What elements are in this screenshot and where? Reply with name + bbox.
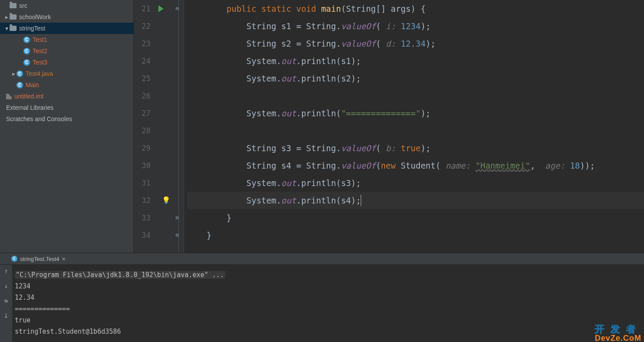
run-icon[interactable]	[158, 5, 164, 12]
line-number: 21	[134, 0, 155, 17]
tree-item-label: External Libraries	[6, 104, 54, 111]
console-line: ==============	[15, 303, 641, 315]
tree-item-label: Main	[26, 81, 39, 88]
tree-item[interactable]: CTest3	[0, 57, 134, 68]
console-panel: ↑ ↓ ⇆ ⤓ "C:\Program Files\Java\jdk1.8.0_…	[0, 265, 644, 342]
fold-toggle-icon[interactable]: ⊟	[176, 6, 179, 11]
tree-item-label: stringTest	[19, 25, 45, 32]
line-number: 25	[134, 70, 155, 87]
tree-item-label: src	[19, 2, 27, 9]
code-editor[interactable]: 2122232425262728293031323334 💡 ⊟⊟⊟ publi…	[134, 0, 644, 253]
text-caret	[361, 195, 361, 206]
tree-item-label: Test4.java	[26, 70, 53, 77]
line-number: 29	[134, 139, 155, 157]
expand-arrow-icon[interactable]: ▾	[3, 25, 10, 32]
intention-bulb-icon[interactable]: 💡	[162, 196, 171, 204]
class-icon: C	[23, 37, 30, 43]
down-icon[interactable]: ↓	[3, 282, 10, 289]
console-toolbar: ↑ ↓ ⇆ ⤓	[0, 265, 12, 342]
up-icon[interactable]: ↑	[3, 268, 10, 274]
tree-item-label: Test1	[33, 36, 47, 43]
fold-toggle-icon[interactable]: ⊟	[176, 215, 179, 220]
class-icon: C	[17, 82, 23, 88]
console-line: stringTest.Student@1b6d3586	[15, 326, 641, 337]
line-number: 32	[134, 192, 155, 209]
tree-item[interactable]: External Libraries	[0, 102, 134, 113]
tree-item-label: Test3	[33, 59, 47, 66]
run-tabs: C stringTest.Test4 ×	[0, 253, 644, 265]
expand-arrow-icon[interactable]: ▸	[3, 14, 10, 20]
tree-item[interactable]: src	[0, 0, 134, 11]
line-number: 31	[134, 174, 155, 192]
tree-item[interactable]: untitled.iml	[0, 91, 134, 102]
wrap-icon[interactable]: ⇆	[3, 297, 10, 304]
tree-item-label: Test2	[33, 47, 47, 54]
code-area[interactable]: public static void main(String[] args) {…	[184, 0, 644, 253]
tree-item[interactable]: CTest2	[0, 45, 134, 57]
line-number: 22	[134, 17, 155, 35]
run-tab-label: stringTest.Test4	[20, 256, 59, 262]
tree-item[interactable]: ▸CTest4.java	[0, 68, 134, 79]
export-icon[interactable]: ⤓	[3, 312, 10, 319]
class-icon: C	[17, 71, 23, 77]
tree-item[interactable]: CTest1	[0, 34, 134, 45]
class-icon: C	[23, 59, 30, 66]
console-line: true	[15, 315, 641, 326]
class-icon: C	[11, 256, 17, 262]
tree-item-label: Scratches and Consoles	[6, 115, 72, 122]
folder-icon	[10, 14, 17, 20]
annotation-gutter: 💡	[155, 0, 175, 253]
class-icon: C	[23, 48, 30, 54]
line-number: 26	[134, 87, 155, 105]
console-line: 12.34	[15, 292, 641, 303]
line-number-gutter: 2122232425262728293031323334	[134, 0, 155, 253]
tree-item[interactable]: CMain	[0, 79, 134, 91]
fold-toggle-icon[interactable]: ⊟	[176, 232, 179, 238]
folder-icon	[10, 26, 17, 31]
tree-item[interactable]: Scratches and Consoles	[0, 113, 134, 125]
run-tab[interactable]: C stringTest.Test4 ×	[8, 253, 69, 264]
folder-icon	[10, 3, 17, 8]
line-number: 28	[134, 122, 155, 139]
tree-item[interactable]: ▸schoolWork	[0, 11, 134, 23]
console-output[interactable]: "C:\Program Files\Java\jdk1.8.0_192\bin\…	[12, 265, 644, 342]
tree-item-label: untitled.iml	[14, 93, 44, 100]
line-number: 27	[134, 105, 155, 122]
console-command: "C:\Program Files\Java\jdk1.8.0_192\bin\…	[15, 271, 225, 279]
fold-gutter: ⊟⊟⊟	[175, 0, 184, 253]
line-number: 24	[134, 52, 155, 70]
line-number: 30	[134, 157, 155, 174]
file-icon	[6, 94, 12, 99]
console-line: 1234	[15, 281, 641, 292]
line-number: 34	[134, 227, 155, 244]
project-tree[interactable]: src▸schoolWork▾stringTestCTest1CTest2CTe…	[0, 0, 134, 253]
expand-arrow-icon[interactable]: ▸	[10, 70, 17, 77]
line-number: 33	[134, 209, 155, 227]
close-icon[interactable]: ×	[62, 255, 65, 262]
tree-item[interactable]: ▾stringTest	[0, 23, 134, 34]
tree-item-label: schoolWork	[19, 14, 51, 20]
line-number: 23	[134, 35, 155, 52]
